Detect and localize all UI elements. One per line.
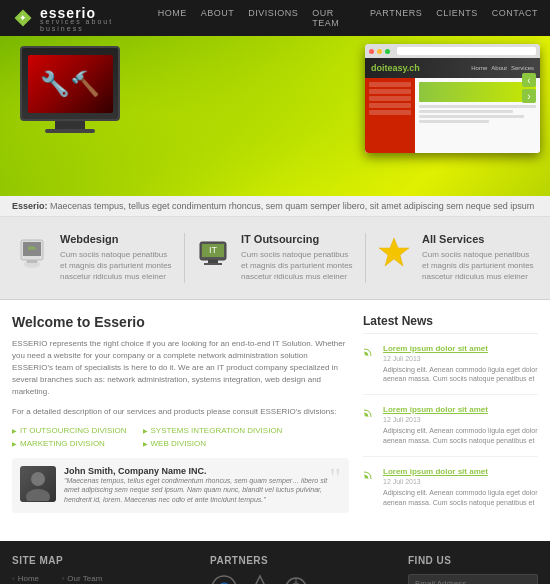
services-section: ✏ Webdesign Cum sociis natoque penatibus… [0, 217, 550, 300]
news-content-2: Lorem ipsum dolor sit amet 12 Juli 2013 … [383, 405, 538, 446]
division-links-col2: SYSTEMS INTEGRATION DIVISION WEB DIVISIO… [143, 426, 283, 448]
news-headline-1[interactable]: Lorem ipsum dolor sit amet [383, 344, 538, 353]
nav-partners[interactable]: PARTNERS [370, 8, 422, 28]
footer-link-home[interactable]: Home [12, 574, 50, 583]
all-services-content: All Services Cum sociis natoque penatibu… [422, 233, 538, 283]
footer-partners: Partners 🔵 P [210, 555, 396, 584]
testimonial-box: John Smith, Company Name INC. "Maecenas … [12, 458, 349, 513]
svg-marker-12 [379, 238, 409, 266]
web-division-link[interactable]: WEB DIVISION [143, 439, 283, 448]
marketing-link[interactable]: MARKETING DIVISION [12, 439, 127, 448]
news-item-2: Lorem ipsum dolor sit amet 12 Juli 2013 … [363, 405, 538, 457]
systems-integration-link[interactable]: SYSTEMS INTEGRATION DIVISION [143, 426, 283, 435]
division-links: IT OUTSOURCING DIVISION MARKETING DIVISI… [12, 426, 349, 448]
testimonial-avatar [20, 466, 56, 502]
footer-link-our-team[interactable]: Our Team [62, 574, 103, 583]
caption-bar: Esserio: Maecenas tempus, tellus eget co… [0, 196, 550, 217]
service-divider-1 [184, 233, 185, 283]
all-services-text: Cum sociis natoque penatibus et magnis d… [422, 249, 538, 283]
browser-url-bar [397, 47, 536, 55]
news-body-3: Adipiscing elit. Aenean commodo ligula e… [383, 488, 538, 508]
news-date-3: 12 Juli 2013 [383, 478, 538, 485]
it-outsourcing-content: IT Outsourcing Cum sociis natoque penati… [241, 233, 357, 283]
news-title: Latest News [363, 314, 538, 334]
rss-icon-3 [363, 468, 377, 482]
browser-hero-image [419, 82, 536, 102]
browser-frame: doiteasy.ch Home About Services [365, 44, 540, 153]
testimonial-text: "Maecenas tempus, tellus eget condimentu… [64, 476, 341, 505]
main-left-column: Welcome to Esserio ESSERIO represents th… [12, 314, 349, 528]
nav-about[interactable]: ABOUT [201, 8, 235, 28]
nav-clients[interactable]: CLIENTS [436, 8, 478, 28]
footer-sitemap-col2: Our Team Partners News Contact [62, 574, 103, 584]
hero-next-arrow[interactable]: › [522, 89, 536, 103]
rss-icon-2 [363, 406, 377, 420]
news-headline-2[interactable]: Lorem ipsum dolor sit amet [383, 405, 538, 414]
svg-text:✦: ✦ [19, 13, 27, 23]
all-services-icon [374, 233, 414, 273]
partner-logo-3 [282, 574, 310, 584]
service-all-services: All Services Cum sociis natoque penatibu… [374, 233, 538, 283]
latest-news-section: Latest News Lorem ipsum dolor sit amet 1… [363, 314, 538, 528]
browser-sidebar [365, 78, 415, 153]
partner-logo-1: 🔵 [210, 574, 238, 584]
monitor-display: 🔧🔨 [20, 46, 120, 133]
footer-sitemap-columns: Home About Divisions Clients Our Team Pa… [12, 574, 198, 584]
browser-close-dot [369, 49, 374, 54]
svg-rect-10 [204, 263, 222, 265]
sidebar-item-5 [369, 110, 411, 115]
footer-partners-logos: 🔵 P [210, 574, 396, 584]
svg-rect-5 [27, 260, 37, 263]
testimonial-name: John Smith, Company Name INC. [64, 466, 341, 476]
browser-min-dot [377, 49, 382, 54]
footer-sitemap-title: Site map [12, 555, 198, 566]
footer-partners-title: Partners [210, 555, 396, 566]
browser-text-4 [419, 120, 489, 123]
hero-section: 🔧🔨 doiteasy.ch Home About Services [0, 36, 550, 196]
it-outsourcing-link[interactable]: IT OUTSOURCING DIVISION [12, 426, 127, 435]
browser-site-header: doiteasy.ch Home About Services [365, 58, 540, 78]
footer-sitemap: Site map Home About Divisions Clients Ou… [12, 555, 198, 584]
svg-text:IT: IT [209, 245, 218, 255]
testimonial-content: John Smith, Company Name INC. "Maecenas … [64, 466, 341, 505]
sidebar-item-1 [369, 82, 411, 87]
browser-mockup: doiteasy.ch Home About Services [365, 44, 540, 153]
all-services-title: All Services [422, 233, 538, 245]
monitor-frame: 🔧🔨 [20, 46, 120, 121]
svg-marker-20 [248, 576, 272, 584]
logo-diamond-icon: ✦ [12, 7, 34, 29]
browser-max-dot [385, 49, 390, 54]
nav-divisions[interactable]: DIVISIONS [248, 8, 298, 28]
header: ✦ esserio services about business HOME A… [0, 0, 550, 36]
svg-point-14 [26, 489, 50, 501]
it-outsourcing-icon: IT [193, 233, 233, 273]
nav-home[interactable]: HOME [158, 8, 187, 28]
rss-icon-1 [363, 345, 377, 359]
monitor-stand [55, 121, 85, 129]
news-body-1: Adipiscing elit. Aenean commodo ligula e… [383, 365, 538, 385]
monitor-base [45, 129, 95, 133]
news-content-3: Lorem ipsum dolor sit amet 12 Juli 2013 … [383, 467, 538, 508]
welcome-title: Welcome to Esserio [12, 314, 349, 330]
browser-site-logo: doiteasy.ch [371, 63, 420, 73]
quote-mark-icon: " [330, 462, 341, 494]
it-outsourcing-text: Cum sociis natoque penatibus et magnis d… [241, 249, 357, 283]
nav-contact[interactable]: CONTACT [492, 8, 538, 28]
news-content-1: Lorem ipsum dolor sit amet 12 Juli 2013 … [383, 344, 538, 385]
browser-text-3 [419, 115, 524, 118]
news-item-1: Lorem ipsum dolor sit amet 12 Juli 2013 … [363, 344, 538, 396]
nav-our-team[interactable]: OUR TEAM [312, 8, 356, 28]
browser-text-1 [419, 105, 536, 108]
news-headline-3[interactable]: Lorem ipsum dolor sit amet [383, 467, 538, 476]
footer-email-input[interactable] [408, 574, 538, 584]
service-webdesign: ✏ Webdesign Cum sociis natoque penatibus… [12, 233, 176, 283]
svg-text:✏: ✏ [28, 243, 37, 254]
logo: ✦ esserio services about business [12, 5, 158, 32]
browser-toolbar [365, 44, 540, 58]
hero-prev-arrow[interactable]: ‹ [522, 73, 536, 87]
footer-sitemap-col1: Home About Divisions Clients [12, 574, 50, 584]
browser-site-body [365, 78, 540, 153]
welcome-paragraph-2: For a detailed description of our servic… [12, 406, 349, 418]
caption-brand: Esserio: [12, 201, 48, 211]
footer-form-fields: Clear Send [408, 574, 538, 584]
